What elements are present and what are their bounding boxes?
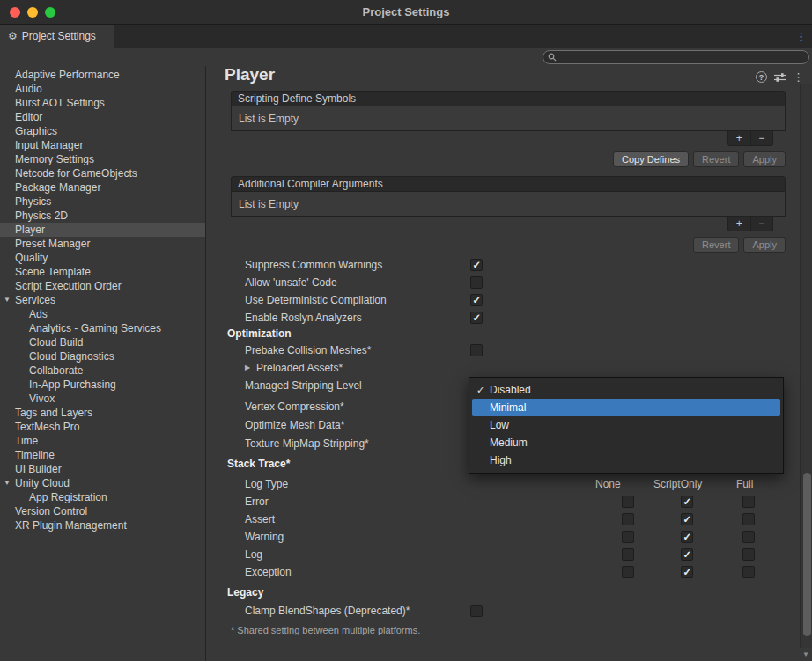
dropdown-option-high[interactable]: High <box>469 452 783 469</box>
checkbox-warning-none[interactable] <box>622 531 634 543</box>
project-settings-window: Project Settings ⚙ Project Settings ⋮ Ad… <box>0 0 812 661</box>
add-icon: + <box>736 217 742 230</box>
field-use-deterministic-compilation: Use Deterministic Compilation <box>206 291 787 309</box>
sidebar-item-physics[interactable]: Physics <box>0 195 205 209</box>
dropdown-option-minimal[interactable]: Minimal <box>472 399 780 416</box>
sds-add-button[interactable]: + <box>728 131 750 145</box>
sidebar-item-audio[interactable]: Audio <box>0 82 205 96</box>
dropdown-option-medium[interactable]: Medium <box>469 434 783 452</box>
sidebar-item-cloud-build[interactable]: Cloud Build <box>0 335 205 349</box>
shared-settings-footnote: * Shared setting between multiple platfo… <box>231 625 420 635</box>
dropdown-option-low[interactable]: Low <box>469 416 783 434</box>
sidebar-item-package-manager[interactable]: Package Manager <box>0 180 205 195</box>
sidebar-item-ui-builder[interactable]: UI Builder <box>0 462 205 476</box>
scrollbar-thumb[interactable] <box>803 473 811 636</box>
sidebar-item-ads[interactable]: Ads <box>0 307 205 321</box>
checkbox-assert-full[interactable] <box>742 513 755 525</box>
panel-more-icon[interactable]: ⋮ <box>793 70 804 84</box>
list-header-label: Additional Compiler Arguments <box>238 178 383 190</box>
sds-revert-button[interactable]: Revert <box>693 151 739 167</box>
vertical-scrollbar[interactable] <box>800 84 812 648</box>
checkbox-enable-roslyn-analyzers[interactable] <box>470 312 483 324</box>
sidebar-item-collaborate[interactable]: Collaborate <box>0 364 205 378</box>
checkbox-exception-script-only[interactable] <box>681 566 693 578</box>
foldout-closed-icon[interactable]: ▶ <box>245 364 250 371</box>
sidebar-item-app-registration[interactable]: App Registration <box>0 490 205 504</box>
stack-trace-row-warning: Warning <box>206 528 787 546</box>
sidebar-item-unity-cloud[interactable]: ▼Unity Cloud <box>0 476 205 490</box>
checkbox-warning-full[interactable] <box>742 531 755 543</box>
checkbox-assert-script-only[interactable] <box>681 513 693 525</box>
presets-icon[interactable] <box>774 72 786 83</box>
checkbox-log-script-only[interactable] <box>681 548 693 561</box>
sidebar-item-input-manager[interactable]: Input Manager <box>0 138 205 152</box>
sidebar-item-scene-template[interactable]: Scene Template <box>0 265 205 279</box>
stack-row-label: Assert <box>245 513 275 525</box>
foldout-open-icon[interactable]: ▼ <box>4 479 11 487</box>
sidebar-item-in-app-purchasing[interactable]: In-App Purchasing <box>0 378 205 392</box>
checkbox-use-deterministic-compilation[interactable] <box>470 294 483 306</box>
sidebar-item-vivox[interactable]: Vivox <box>0 392 205 406</box>
sidebar-item-label: Audio <box>15 83 42 95</box>
aca-remove-button[interactable]: − <box>750 217 773 231</box>
aca-revert-button[interactable]: Revert <box>693 237 739 253</box>
sidebar-item-analytics-gaming-services[interactable]: Analytics - Gaming Services <box>0 321 205 335</box>
sds-apply-button[interactable]: Apply <box>743 151 786 167</box>
sidebar-item-physics-2d[interactable]: Physics 2D <box>0 209 205 223</box>
sidebar-item-memory-settings[interactable]: Memory Settings <box>0 152 205 166</box>
close-button[interactable] <box>10 7 20 18</box>
checkbox-error-script-only[interactable] <box>681 496 693 508</box>
sidebar-item-burst-aot-settings[interactable]: Burst AOT Settings <box>0 96 205 110</box>
sidebar-item-xr-plugin-management[interactable]: XR Plugin Management <box>0 518 205 532</box>
checkbox-log-full[interactable] <box>742 548 755 561</box>
checkbox-clamp-blendshapes[interactable] <box>470 605 483 617</box>
checkbox-suppress-common-warnings[interactable] <box>470 259 483 271</box>
sidebar-item-label: App Registration <box>29 491 107 503</box>
aca-add-button[interactable]: + <box>728 217 750 231</box>
column-none-label: None <box>595 478 621 490</box>
dropdown-option-disabled[interactable]: ✓Disabled <box>469 381 783 399</box>
sidebar-item-tags-and-layers[interactable]: Tags and Layers <box>0 406 205 420</box>
sidebar-item-netcode-for-gameobjects[interactable]: Netcode for GameObjects <box>0 166 205 180</box>
checkbox-error-none[interactable] <box>622 496 634 508</box>
sidebar-item-player[interactable]: Player <box>0 223 205 237</box>
field-label: Texture MipMap Stripping* <box>245 437 369 450</box>
checkbox-log-none[interactable] <box>622 548 634 561</box>
search-input[interactable] <box>560 52 804 62</box>
sidebar-item-version-control[interactable]: Version Control <box>0 504 205 518</box>
help-icon[interactable]: ? <box>756 71 767 83</box>
sidebar-item-adaptive-performance[interactable]: Adaptive Performance <box>0 68 205 82</box>
sidebar-item-label: UI Builder <box>15 463 62 475</box>
checkbox-prebake-collision-meshes[interactable] <box>470 344 483 356</box>
sidebar-item-timeline[interactable]: Timeline <box>0 448 205 462</box>
field-label: Enable Roslyn Analyzers <box>245 312 362 324</box>
scroll-down-icon[interactable]: ▼ <box>800 648 812 661</box>
sidebar-item-services[interactable]: ▼Services <box>0 293 205 307</box>
foldout-open-icon[interactable]: ▼ <box>4 296 11 304</box>
checkbox-allow-unsafe-code[interactable] <box>470 276 483 289</box>
sidebar-item-preset-manager[interactable]: Preset Manager <box>0 237 205 251</box>
search-toolbar <box>0 48 812 66</box>
sidebar-item-graphics[interactable]: Graphics <box>0 124 205 138</box>
sds-remove-button[interactable]: − <box>750 131 773 145</box>
search-box[interactable] <box>543 50 809 64</box>
checkbox-exception-none[interactable] <box>622 566 634 578</box>
sidebar-item-textmesh-pro[interactable]: TextMesh Pro <box>0 420 205 434</box>
tab-menu-icon[interactable]: ⋮ <box>795 30 807 43</box>
aca-apply-button[interactable]: Apply <box>743 237 786 253</box>
tab-project-settings[interactable]: ⚙ Project Settings <box>0 25 114 48</box>
checkbox-exception-full[interactable] <box>742 566 755 578</box>
checkbox-error-full[interactable] <box>742 496 755 508</box>
checkbox-warning-script-only[interactable] <box>681 531 693 543</box>
sidebar-item-script-execution-order[interactable]: Script Execution Order <box>0 279 205 293</box>
sidebar-item-label: TextMesh Pro <box>15 421 79 433</box>
zoom-button[interactable] <box>45 7 55 18</box>
sidebar-item-editor[interactable]: Editor <box>0 110 205 124</box>
sidebar-item-cloud-diagnostics[interactable]: Cloud Diagnostics <box>0 349 205 364</box>
sidebar-item-time[interactable]: Time <box>0 434 205 448</box>
copy-defines-button[interactable]: Copy Defines <box>613 151 689 167</box>
sidebar-item-label: Netcode for GameObjects <box>15 167 137 180</box>
sidebar-item-quality[interactable]: Quality <box>0 251 205 265</box>
minimize-button[interactable] <box>27 7 38 18</box>
checkbox-assert-none[interactable] <box>622 513 634 525</box>
